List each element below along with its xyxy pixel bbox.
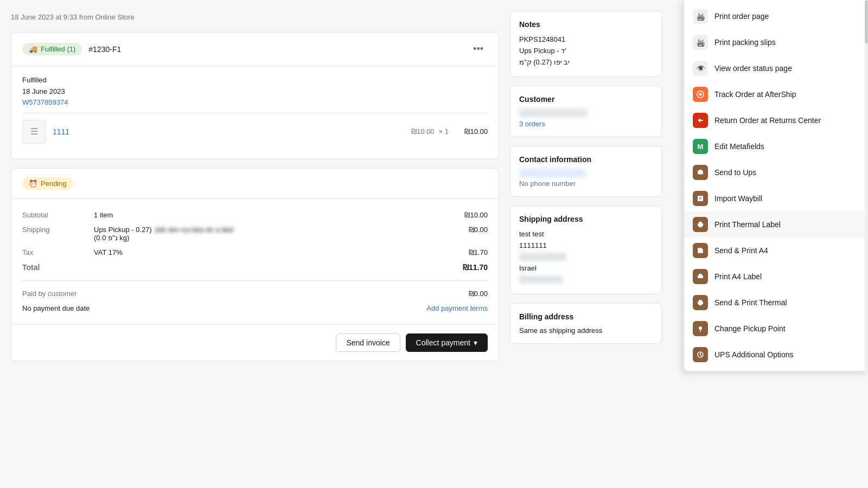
card-footer: Send invoice Collect payment ▾: [11, 324, 499, 361]
billing-same-text: Same as shipping address: [519, 326, 653, 335]
svg-rect-8: [699, 222, 702, 224]
product-placeholder-icon: ☰: [30, 126, 38, 137]
total-row: Total ₪11.70: [22, 260, 488, 275]
tracking-link[interactable]: W5737859374: [22, 98, 68, 106]
fulfillment-info: Fulfilled 18 June 2023 W5737859374: [22, 75, 488, 106]
product-image: ☰: [22, 120, 46, 144]
more-options-button[interactable]: •••: [469, 41, 488, 57]
billing-address-card: Billing address Same as shipping address: [510, 303, 662, 344]
contact-card: Contact information email@example.com No…: [510, 146, 662, 197]
dropdown-item-print-order-page[interactable]: 🖨️ Print order page: [684, 3, 868, 29]
customer-title: Customer: [519, 95, 653, 104]
paid-row: Paid by customer ₪0.00: [22, 286, 488, 301]
no-phone-text: No phone number: [519, 179, 653, 188]
dropdown-item-ups-additional[interactable]: UPS Additional Options: [684, 342, 868, 368]
dropdown-item-send-ups[interactable]: Send to Ups: [684, 159, 868, 185]
order-summary-table: Subtotal 1 item ₪10.00 Shipping Ups Pick…: [22, 208, 488, 316]
shipping-address-text: test test 1111111 1000000 111 ד Israel 0…: [519, 229, 653, 285]
sidebar: Notes PKPS1248041 Ups Pickup - ד' יב יפו…: [510, 11, 662, 477]
dropdown-item-print-thermal[interactable]: Print Thermal Label: [684, 211, 868, 237]
shipping-desc: Ups Pickup - 0.27) בbb sbn מa bba dn a b…: [94, 226, 233, 234]
scrollbar-track[interactable]: [865, 0, 868, 371]
pending-icon: ⏰: [29, 179, 37, 188]
customer-name-link[interactable]: Customer Name Here: [519, 109, 653, 117]
ups-options-icon: [693, 347, 708, 362]
contact-email: email@example.com: [519, 169, 653, 177]
svg-point-4: [698, 174, 700, 176]
svg-point-1: [699, 93, 702, 96]
fulfilled-badge: 🚚 Fulfilled (1): [22, 43, 82, 55]
ups-icon: [693, 165, 708, 180]
svg-rect-11: [699, 274, 702, 276]
add-payment-terms-link[interactable]: Add payment terms: [426, 304, 488, 312]
customer-card: Customer Customer Name Here 3 orders: [510, 86, 662, 137]
payment-due-row: No payment due date Add payment terms: [22, 301, 488, 316]
metafields-icon: M: [693, 139, 708, 154]
fulfillment-id: #1230-F1: [88, 45, 121, 54]
notes-card: Notes PKPS1248041 Ups Pickup - ד' יב יפו…: [510, 11, 662, 77]
dropdown-item-send-print-thermal[interactable]: Send & Print Thermal: [684, 290, 868, 316]
thermal-icon: [693, 217, 708, 232]
product-name[interactable]: 1111: [53, 127, 405, 136]
billing-address-title: Billing address: [519, 312, 653, 321]
collect-payment-button[interactable]: Collect payment ▾: [406, 333, 488, 352]
send-thermal-icon: [693, 295, 708, 310]
svg-rect-14: [699, 304, 702, 305]
print-packing-icon: 🖨️: [693, 35, 708, 50]
pending-card: ⏰ Pending Subtotal 1 item ₪10.00 Shippin…: [11, 168, 499, 361]
order-date: 18 June 2023 at 9:33 from Online Store: [11, 11, 499, 21]
notes-content: PKPS1248041 Ups Pickup - ד' יב יפו (0.27…: [519, 34, 653, 68]
dropdown-item-send-print-a4[interactable]: Send & Print A4: [684, 237, 868, 264]
fulfilled-card: 🚚 Fulfilled (1) #1230-F1 ••• Fulfilled 1…: [11, 32, 499, 159]
dropdown-item-import-waybill[interactable]: Import Waybill: [684, 185, 868, 211]
product-price-info: ₪10.00 × 1: [411, 127, 449, 136]
svg-point-15: [699, 326, 702, 330]
subtotal-row: Subtotal 1 item ₪10.00: [22, 208, 488, 222]
send-a4-icon: [693, 243, 708, 258]
shipping-address-card: Shipping address test test 1111111 10000…: [510, 206, 662, 294]
shipping-address-title: Shipping address: [519, 215, 653, 223]
pickup-icon: [693, 321, 708, 336]
product-row: ☰ 1111 ₪10.00 × 1 ₪10.00: [22, 113, 488, 150]
print-a4-icon: [693, 269, 708, 284]
shipping-weight: (נ"פ 0.0 kg): [94, 234, 129, 242]
send-invoice-button[interactable]: Send invoice: [336, 333, 400, 352]
aftership-icon: [693, 87, 708, 102]
scrollbar-thumb[interactable]: [865, 0, 868, 43]
pending-badge: ⏰ Pending: [22, 177, 73, 190]
dropdown-item-view-order-status[interactable]: 👁️ View order status page: [684, 55, 868, 81]
svg-point-5: [701, 174, 703, 176]
print-order-icon: 🖨️: [693, 9, 708, 24]
dropdown-item-edit-metafields[interactable]: M Edit Metafields: [684, 133, 868, 159]
svg-rect-13: [699, 300, 702, 302]
svg-rect-9: [699, 226, 702, 227]
return-icon: [693, 113, 708, 128]
waybill-icon: [693, 191, 708, 206]
dropdown-item-track-aftership[interactable]: Track Order at AfterShip: [684, 81, 868, 107]
product-total: ₪10.00: [455, 127, 488, 136]
chevron-down-icon: ▾: [474, 338, 477, 347]
contact-title: Contact information: [519, 155, 653, 164]
dropdown-item-change-pickup[interactable]: Change Pickup Point: [684, 316, 868, 342]
view-order-icon: 👁️: [693, 61, 708, 76]
shipping-row: Shipping Ups Pickup - 0.27) בbb sbn מa b…: [22, 222, 488, 245]
tax-row: Tax VAT 17% ₪1.70: [22, 245, 488, 260]
svg-rect-3: [699, 170, 702, 172]
notes-title: Notes: [519, 20, 653, 29]
truck-icon: 🚚: [29, 45, 37, 53]
dropdown-menu: 🖨️ Print order page 🖨️ Print packing sli…: [684, 0, 868, 371]
orders-link[interactable]: 3 orders: [519, 120, 545, 128]
dropdown-item-print-a4-label[interactable]: Print A4 Label: [684, 264, 868, 290]
dropdown-item-return-order[interactable]: Return Order at Returns Center: [684, 107, 868, 133]
dropdown-item-print-packing-slips[interactable]: 🖨️ Print packing slips: [684, 29, 868, 55]
